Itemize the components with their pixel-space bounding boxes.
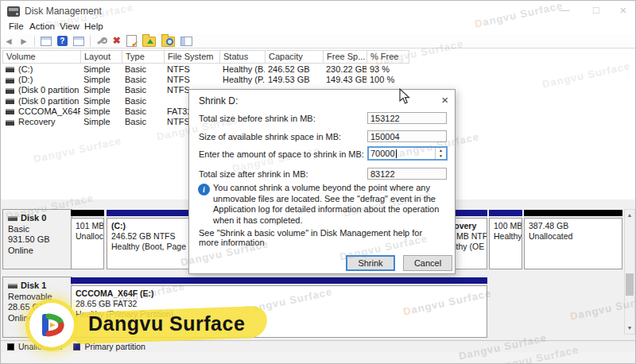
shrink-amount-input[interactable]: 70000 ▲ ▼ xyxy=(367,146,448,161)
disk-icon xyxy=(8,216,17,221)
volume-name: (D:) xyxy=(18,75,33,84)
spinner-up-icon[interactable]: ▲ xyxy=(436,148,446,153)
menu-help[interactable]: Help xyxy=(84,21,103,31)
disk-icon xyxy=(8,284,17,288)
console-tree-icon[interactable] xyxy=(73,37,84,46)
field-label-available: Size of available shrink space in MB: xyxy=(199,132,341,141)
menu-bar: File Action View Help xyxy=(1,21,635,34)
spinner-down-icon[interactable]: ▼ xyxy=(436,153,446,159)
primary-partition-strip xyxy=(489,210,522,216)
disk-kind: Removable xyxy=(8,292,72,303)
dialog-close-icon[interactable]: × xyxy=(441,93,448,106)
toolbar-separator xyxy=(90,36,91,47)
watermark: Dangvu Surface xyxy=(33,134,123,165)
volume-name: Recovery xyxy=(18,117,55,126)
disk-size: 931.50 GB xyxy=(8,234,72,246)
volume-name: (Disk 0 partition 3) xyxy=(18,85,80,95)
cancel-button[interactable]: Cancel xyxy=(403,255,452,271)
field-value-available: 150004 xyxy=(367,130,447,142)
scroll-up-icon[interactable]: ▲ xyxy=(625,210,634,221)
help-icon[interactable]: ? xyxy=(57,36,68,46)
document-check-icon[interactable]: ✔ xyxy=(126,35,137,47)
column-header-volume[interactable]: Volume xyxy=(3,51,81,63)
partition-status: Unallocated xyxy=(76,231,103,242)
info-icon: i xyxy=(198,184,210,196)
close-button[interactable]: × xyxy=(610,2,636,18)
watermark: Dangvu Surface xyxy=(541,60,632,90)
partition-status: Unallocated xyxy=(529,231,622,242)
toolbar-separator xyxy=(34,36,35,47)
field-value-total-after: 83122 xyxy=(367,168,447,180)
column-header-capacity[interactable]: Capacity xyxy=(266,51,324,63)
primary-partition-swatch xyxy=(73,343,80,350)
magnifier-icon xyxy=(166,38,173,45)
column-header-pct-free[interactable]: % Free xyxy=(367,51,409,63)
disk0-label[interactable]: Disk 0 Basic 931.50 GB Online xyxy=(2,209,72,269)
partition-size: 101 MB xyxy=(76,221,103,231)
partition-size: 100 MB xyxy=(494,221,522,231)
back-icon[interactable]: ◄ xyxy=(4,36,14,47)
unallocated-swatch xyxy=(7,343,14,350)
disk-name: Disk 0 xyxy=(21,213,46,223)
shrink-dialog: Shrink D: × Total size before shrink in … xyxy=(188,89,456,274)
column-header-status[interactable]: Status xyxy=(220,51,266,63)
field-label-shrink-amount: Enter the amount of space to shrink in M… xyxy=(199,149,364,159)
scroll-down-icon[interactable]: ▼ xyxy=(625,323,634,334)
text-caret xyxy=(396,149,397,158)
partition-100mb[interactable]: 100 MB Healthy xyxy=(489,210,522,269)
mouse-cursor-icon xyxy=(399,88,411,108)
disk-name: Disk 1 xyxy=(21,281,46,290)
properties-panel-icon[interactable] xyxy=(180,37,192,46)
volume-icon xyxy=(6,109,14,114)
branding-logo-icon xyxy=(29,303,74,347)
partition-size: 387.48 GB xyxy=(529,221,622,231)
volume-icon xyxy=(6,88,14,94)
volume-icon xyxy=(6,67,14,72)
folder-open-icon[interactable] xyxy=(142,37,156,47)
partition-size: 28.65 GB FAT32 xyxy=(76,299,487,309)
volume-icon xyxy=(6,120,14,126)
column-header-free-space[interactable]: Free Sp... xyxy=(324,51,367,63)
primary-partition-strip xyxy=(71,277,487,284)
column-header-type[interactable]: Type xyxy=(122,51,165,63)
volume-name: (C:) xyxy=(18,64,33,74)
check-icon: ✔ xyxy=(131,40,138,48)
status-bar xyxy=(1,352,635,364)
forward-icon[interactable]: ► xyxy=(19,36,29,47)
maximize-button[interactable]: □ xyxy=(583,2,610,18)
menu-view[interactable]: View xyxy=(60,21,80,31)
partition-unallocated-101mb[interactable]: 101 MB Unallocated xyxy=(71,210,104,269)
wrench-icon[interactable] xyxy=(96,36,107,46)
volume-icon xyxy=(6,99,14,104)
field-value-total-before: 153122 xyxy=(367,112,447,124)
volume-name: (Disk 0 partition 6) xyxy=(18,96,80,106)
folder-arrow-icon xyxy=(147,39,153,44)
partition-status: Healthy xyxy=(494,231,522,242)
shrink-button[interactable]: Shrink xyxy=(346,255,395,271)
menu-file[interactable]: File xyxy=(9,21,24,31)
disk-status: Online xyxy=(8,246,72,257)
table-row-d[interactable]: (D:) Simple Basic NTFS Healthy (P... 149… xyxy=(2,74,408,84)
disk-management-window: Disk Management — □ × File Action View H… xyxy=(0,0,636,364)
menu-action[interactable]: Action xyxy=(29,21,55,31)
table-row-c[interactable]: (C:) Simple Basic NTFS Healthy (B... 246… xyxy=(2,64,408,74)
partition-unallocated-387gb[interactable]: 387.48 GB Unallocated xyxy=(524,210,622,269)
minimize-button[interactable]: — xyxy=(551,2,578,18)
column-header-file-system[interactable]: File System xyxy=(165,51,220,63)
disk-management-app-icon xyxy=(7,6,20,17)
dialog-title: Shrink D: xyxy=(199,95,238,106)
column-header-layout[interactable]: Layout xyxy=(81,51,122,63)
vertical-scrollbar[interactable]: ▲ ▼ xyxy=(624,209,635,335)
scrollbar-thumb[interactable] xyxy=(626,273,634,296)
partition-label: CCCOMA_X64F (E:) xyxy=(76,288,487,299)
shrink-amount-value: 70000 xyxy=(369,149,395,158)
delete-volume-icon[interactable]: ✖ xyxy=(113,36,121,46)
field-label-total-before: Total size before shrink in MB: xyxy=(199,114,316,123)
unallocated-strip xyxy=(524,210,622,216)
dialog-info-text: You cannot shrink a volume beyond the po… xyxy=(213,183,448,226)
folder-search-icon[interactable] xyxy=(161,37,175,47)
volume-icon xyxy=(6,78,14,83)
unallocated-strip xyxy=(71,210,104,216)
console-window-icon[interactable] xyxy=(41,37,52,46)
title-bar: Disk Management — □ × xyxy=(1,1,635,21)
